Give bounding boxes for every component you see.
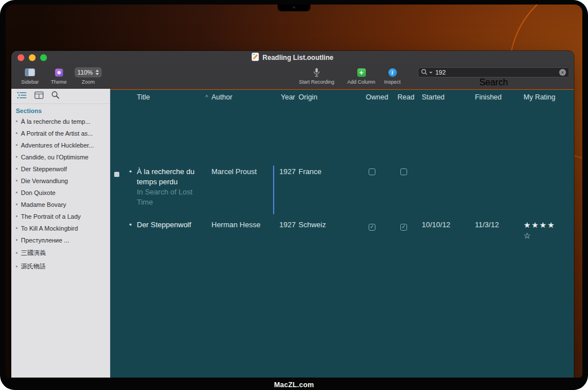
bullet-icon: [16, 266, 18, 267]
inspect-label: Inspect: [384, 79, 400, 85]
stepper-icon[interactable]: [96, 70, 99, 75]
sidebar-item[interactable]: Don Quixote: [11, 187, 110, 198]
cell-finished[interactable]: 11/3/12: [474, 220, 522, 241]
sidebar-item[interactable]: 三國演義: [11, 246, 110, 259]
search-query-text[interactable]: 192: [434, 69, 557, 76]
microphone-icon: [313, 67, 320, 77]
owned-checkbox[interactable]: [369, 168, 375, 175]
cell-read: [396, 167, 421, 214]
owned-checkbox[interactable]: ✓: [369, 224, 375, 231]
sidebar-item[interactable]: To Kill A Mockingbird: [11, 222, 110, 234]
sidebar-item[interactable]: Die Verwandlung: [11, 175, 110, 187]
search-scope-chevron-icon[interactable]: [429, 72, 433, 73]
theme-button-label: Theme: [51, 79, 67, 85]
column-header-year[interactable]: Year: [278, 93, 296, 101]
sidebar-item-label: A Portrait of the Artist as...: [21, 130, 93, 137]
bullet-icon: [16, 252, 18, 254]
sidebar-item-label: 三國演義: [21, 249, 46, 256]
cell-started[interactable]: [421, 167, 474, 214]
sort-indicator-icon: ^: [205, 94, 209, 101]
cell-origin[interactable]: Schweiz: [296, 220, 364, 241]
rating-stars-filled: ★★★★: [524, 220, 555, 229]
close-button[interactable]: [18, 54, 24, 61]
sidebar-item[interactable]: Преступление ...: [11, 234, 110, 246]
clear-search-icon[interactable]: [559, 69, 566, 76]
sidebar: Sections À la recherche du temp... A Por…: [11, 89, 110, 378]
start-recording-button[interactable]: Start Recording: [292, 67, 341, 85]
column-header-owned[interactable]: Owned: [364, 93, 396, 101]
cell-origin[interactable]: France: [296, 167, 364, 214]
cell-started[interactable]: 10/10/12: [421, 220, 474, 241]
add-column-button[interactable]: Add Column: [344, 67, 379, 85]
titlebar[interactable]: Readling List.ooutline: [11, 51, 574, 64]
row-note[interactable]: In Search of Lost Time: [137, 187, 209, 207]
brand-text: MacZL.com: [0, 381, 588, 389]
sidebar-item[interactable]: Candide, ou l'Optimisme: [11, 151, 110, 163]
column-header-origin[interactable]: Origin: [296, 93, 364, 101]
outline-view-icon[interactable]: [17, 91, 27, 101]
sidebar-item[interactable]: Der Steppenwolf: [11, 163, 110, 175]
bullet-icon: [16, 227, 18, 229]
search-control: 192 Search: [418, 67, 569, 88]
cell-author[interactable]: Marcel Proust: [210, 167, 278, 214]
zoom-stepper[interactable]: 110%: [75, 67, 102, 77]
traffic-lights: [11, 54, 47, 61]
step-up-icon[interactable]: [96, 70, 99, 72]
table-row[interactable]: À la recherche du temps perdu In Search …: [110, 167, 574, 214]
column-header-label: Title: [137, 93, 150, 101]
outline-area: Title ^ Author Year Origin Owned Read St…: [110, 89, 574, 378]
fullscreen-button[interactable]: [40, 54, 47, 61]
columns-view-icon[interactable]: [34, 91, 44, 101]
cell-my-rating[interactable]: ★★★★ ☆: [522, 220, 574, 241]
cell-finished[interactable]: [474, 167, 522, 214]
cell-year[interactable]: 1927: [278, 220, 296, 241]
sidebar-item-label: Die Verwandlung: [21, 177, 68, 184]
row-title[interactable]: Der Steppenwolf: [137, 220, 209, 230]
sidebar-item-label: 源氏物語: [21, 263, 46, 270]
bullet-icon: [16, 180, 18, 181]
sidebar-toggle-button[interactable]: Sidebar: [17, 67, 43, 85]
column-header-started[interactable]: Started: [421, 93, 474, 101]
sidebar-item[interactable]: À la recherche du temp...: [11, 115, 110, 127]
cell-title[interactable]: À la recherche du temps perdu In Search …: [136, 167, 210, 214]
sidebar-item[interactable]: Adventures of Huckleber...: [11, 139, 110, 151]
sidebar-item-label: À la recherche du temp...: [21, 118, 90, 125]
cell-author[interactable]: Herman Hesse: [210, 220, 278, 241]
sidebar-item-label: To Kill A Mockingbird: [21, 225, 78, 232]
row-drag-handle[interactable]: [114, 172, 119, 177]
sidebar-item[interactable]: The Portrait of a Lady: [11, 210, 110, 222]
table-row[interactable]: Der Steppenwolf Herman Hesse 1927 Schwei…: [110, 220, 574, 241]
step-down-icon[interactable]: [96, 73, 99, 75]
outline-rows: À la recherche du temps perdu In Search …: [110, 101, 574, 241]
inspect-icon: [388, 68, 397, 77]
row-title[interactable]: À la recherche du temps perdu: [137, 167, 209, 187]
sections-header: Sections: [11, 104, 110, 115]
inspect-button[interactable]: Inspect: [380, 67, 405, 85]
bullet-icon: [16, 132, 18, 134]
column-header-author[interactable]: Author: [210, 93, 278, 101]
bullet-icon: [16, 120, 18, 122]
cell-my-rating[interactable]: [522, 167, 574, 214]
column-header-finished[interactable]: Finished: [474, 93, 522, 101]
find-zoom-icon[interactable]: [51, 91, 59, 101]
search-input[interactable]: 192: [418, 67, 569, 77]
bullet-icon: [16, 192, 18, 193]
column-header-row: Title ^ Author Year Origin Owned Read St…: [110, 90, 574, 101]
cell-title[interactable]: Der Steppenwolf: [136, 220, 210, 241]
column-header-title[interactable]: Title ^: [136, 93, 210, 101]
sidebar-item[interactable]: A Portrait of the Artist as...: [11, 127, 110, 139]
rating-star-empty: ☆: [524, 231, 573, 241]
read-checkbox[interactable]: [400, 168, 407, 175]
zoom-control[interactable]: 110% Zoom: [71, 67, 105, 85]
sidebar-item[interactable]: 源氏物語: [11, 259, 110, 273]
sidebar-item-label: Преступление ...: [21, 237, 69, 244]
cell-year[interactable]: 1927: [278, 167, 296, 214]
column-header-read[interactable]: Read: [396, 93, 421, 101]
search-icon: [421, 67, 427, 77]
minimize-button[interactable]: [29, 54, 36, 61]
read-checkbox[interactable]: ✓: [400, 224, 407, 231]
column-header-my-rating[interactable]: My Rating: [522, 93, 574, 101]
theme-button[interactable]: Theme: [47, 67, 70, 85]
sections-list: À la recherche du temp... A Portrait of …: [11, 115, 110, 273]
sidebar-item[interactable]: Madame Bovary: [11, 198, 110, 210]
